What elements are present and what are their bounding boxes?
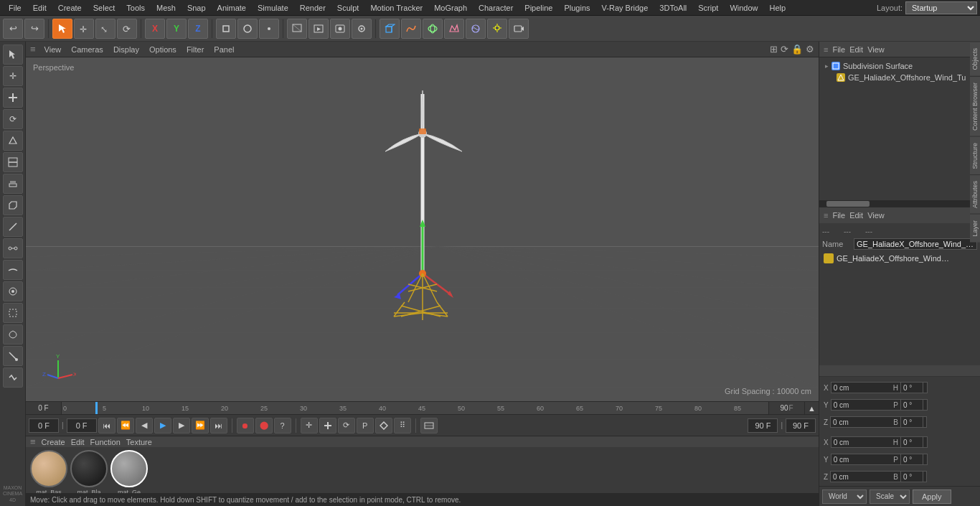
viewport-menu-cameras[interactable]: Cameras — [67, 44, 108, 55]
menu-snap[interactable]: Snap — [182, 2, 212, 14]
tab-objects[interactable]: Objects — [970, 42, 980, 76]
axis-z-button[interactable]: Z — [188, 19, 208, 39]
rotate-coord-btn[interactable]: ⟳ — [338, 418, 355, 434]
point-mode-button[interactable] — [259, 19, 279, 39]
menu-character[interactable]: Character — [473, 2, 519, 14]
move-coord-btn[interactable]: ✛ — [301, 418, 318, 434]
coord-p-input[interactable] — [900, 399, 923, 411]
menu-edit[interactable]: Edit — [27, 2, 52, 14]
render-region-button[interactable] — [287, 19, 307, 39]
tool-extrude[interactable] — [3, 174, 23, 194]
playback-next-keyframe-btn[interactable]: ⏩ — [192, 418, 209, 434]
viewport-menu-panel[interactable]: Panel — [209, 44, 238, 55]
playback-first-frame-btn[interactable]: ⏮ — [98, 418, 116, 434]
camera-button[interactable] — [509, 19, 529, 39]
menu-mograph[interactable]: MoGraph — [428, 2, 473, 14]
tab-attributes[interactable]: Attributes — [970, 174, 980, 214]
viewport-camera-icon[interactable]: ⟳ — [781, 44, 788, 55]
attr-menu-file[interactable]: File — [832, 211, 845, 220]
menu-vray[interactable]: V-Ray Bridge — [596, 2, 654, 14]
object-mode-button[interactable] — [216, 19, 236, 39]
material-menu-function[interactable]: Function — [90, 438, 121, 446]
render-settings-button[interactable] — [352, 19, 372, 39]
menu-render[interactable]: Render — [294, 2, 331, 14]
render-view-button[interactable] — [308, 19, 329, 39]
hscroll-thumb[interactable] — [826, 201, 870, 207]
menu-help[interactable]: Help — [764, 2, 792, 14]
menu-tools[interactable]: Tools — [121, 2, 151, 14]
size-h-input[interactable] — [900, 436, 923, 448]
rotate-tool-button[interactable]: ⟳ — [117, 19, 137, 39]
start-frame-input[interactable] — [29, 418, 59, 433]
nurbs-button[interactable] — [423, 19, 443, 39]
menu-mesh[interactable]: Mesh — [151, 2, 182, 14]
menu-window[interactable]: Window — [724, 2, 763, 14]
timeline-ruler[interactable]: 0 5 10 15 20 25 30 35 40 45 50 55 60 65 … — [62, 402, 768, 414]
tab-layer[interactable]: Layer — [970, 214, 980, 243]
scale-tool-button[interactable]: ⤡ — [95, 19, 116, 39]
coord-b-input[interactable] — [900, 416, 923, 428]
menu-sculpt[interactable]: Sculpt — [331, 2, 365, 14]
menu-motion-tracker[interactable]: Motion Tracker — [364, 2, 428, 14]
timeline[interactable]: 0 F 0 5 10 15 20 25 30 35 40 45 50 55 60… — [26, 401, 819, 414]
obj-menu-view[interactable]: View — [867, 45, 885, 54]
menu-animate[interactable]: Animate — [212, 2, 252, 14]
end-frame-input[interactable] — [786, 418, 816, 433]
cube-button[interactable] — [380, 19, 400, 39]
apply-button[interactable]: Apply — [913, 489, 951, 504]
material-item-2[interactable]: mat_Ge — [110, 450, 148, 496]
tool-select-rect[interactable] — [3, 303, 23, 323]
axis-x-button[interactable]: X — [145, 19, 165, 39]
tool-iron[interactable] — [3, 260, 23, 280]
tool-bridge[interactable] — [3, 238, 23, 258]
tool-bevel[interactable] — [3, 195, 23, 215]
layout-dropdown[interactable]: Startup Standard Animation Sculpting — [905, 1, 977, 14]
tool-knife[interactable] — [3, 217, 23, 237]
select-tool-button[interactable] — [52, 19, 72, 39]
menu-pipeline[interactable]: Pipeline — [519, 2, 558, 14]
menu-plugins[interactable]: Plugins — [558, 2, 595, 14]
tool-stitch[interactable] — [3, 367, 23, 388]
world-dropdown[interactable]: World Local Screen — [822, 489, 867, 504]
scale-dropdown[interactable]: Scale Size — [870, 489, 910, 504]
viewport-menu-display[interactable]: Display — [109, 44, 143, 55]
timeline-view-btn[interactable] — [420, 418, 438, 434]
tool-rotate[interactable]: ⟳ — [3, 109, 23, 129]
viewport-menu-options[interactable]: Options — [145, 44, 181, 55]
attr-menu-edit[interactable]: Edit — [849, 211, 863, 220]
timeline-expand-btn[interactable]: ▲ — [804, 402, 819, 414]
tool-loop[interactable] — [3, 152, 23, 172]
playback-play-btn[interactable]: ▶ — [154, 418, 171, 434]
tool-lasso[interactable] — [3, 324, 23, 345]
curve-button[interactable] — [401, 19, 421, 39]
material-menu-create[interactable]: Create — [42, 438, 65, 446]
layout-icons-btn[interactable]: ⠿ — [394, 418, 411, 434]
render-to-picture-button[interactable] — [330, 19, 350, 39]
playback-prev-keyframe-btn[interactable]: ⏪ — [117, 418, 134, 434]
menu-script[interactable]: Script — [692, 2, 724, 14]
obj-item-turbine[interactable]: GE_HaliadeX_Offshore_Wind_Tu — [822, 72, 977, 83]
param-btn[interactable]: P — [357, 418, 374, 434]
viewport-menu-view[interactable]: View — [40, 44, 66, 55]
viewport-settings-icon[interactable]: ⚙ — [806, 44, 814, 55]
light-button[interactable] — [487, 19, 507, 39]
viewport-maximize-icon[interactable]: ⊞ — [770, 44, 778, 55]
attr-obj-turbine[interactable]: GE_HaliadeX_Offshore_Wind_Tu — [822, 251, 977, 266]
viewport-lock-icon[interactable]: 🔒 — [791, 44, 803, 55]
viewport-menu-filter[interactable]: Filter — [182, 44, 208, 55]
scale-coord-btn[interactable] — [319, 418, 336, 434]
obj-item-subdivision[interactable]: ▸ Subdivision Surface — [822, 60, 977, 72]
mesh-mode-button[interactable] — [237, 19, 258, 39]
playback-prev-frame-btn[interactable]: ◀ — [136, 418, 153, 434]
menu-3dtoall[interactable]: 3DToAll — [654, 2, 692, 14]
size-p-input[interactable] — [900, 454, 923, 465]
tool-scale[interactable] — [3, 88, 23, 108]
material-menu-texture[interactable]: Texture — [126, 438, 152, 446]
menu-create[interactable]: Create — [52, 2, 88, 14]
viewport-3d[interactable]: Perspective — [26, 57, 819, 401]
deformer-button[interactable] — [444, 19, 464, 39]
playback-next-frame-btn[interactable]: ▶ — [173, 418, 190, 434]
axis-y-button[interactable]: Y — [166, 19, 187, 39]
obj-menu-edit[interactable]: Edit — [849, 45, 863, 54]
material-menu-edit[interactable]: Edit — [71, 438, 85, 446]
